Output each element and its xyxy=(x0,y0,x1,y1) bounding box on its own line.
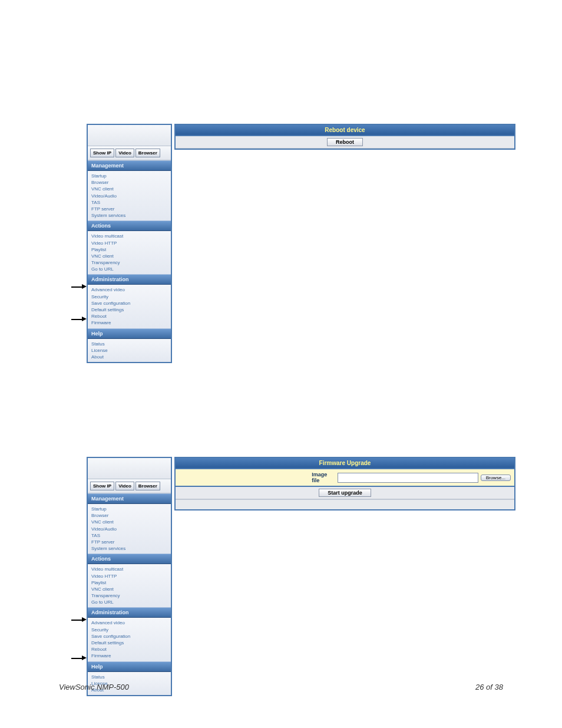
nav-section-administration: Administration xyxy=(88,274,171,285)
nav-item-license[interactable]: License xyxy=(91,347,167,354)
nav-section-administration: Administration xyxy=(88,607,171,618)
nav-item-go-to-url[interactable]: Go to URL xyxy=(91,266,167,272)
nav-item-save-configuration[interactable]: Save configuration xyxy=(91,300,167,307)
nav-item-security[interactable]: Security xyxy=(91,294,167,300)
reboot-button[interactable]: Reboot xyxy=(327,138,363,146)
image-file-row: Image file Browse... xyxy=(176,469,514,487)
nav-item-video-multicast[interactable]: Video multicast xyxy=(91,233,167,239)
nav-list-management: Startup Browser VNC client Video/Audio T… xyxy=(88,504,171,554)
image-file-input[interactable] xyxy=(338,473,478,483)
nav-list-management: Startup Browser VNC client Video/Audio T… xyxy=(88,171,171,220)
nav-item-firmware[interactable]: Firmware xyxy=(91,319,167,326)
browse-button[interactable]: Browse... xyxy=(481,475,511,481)
reboot-action-row: Reboot xyxy=(176,136,514,149)
image-file-label: Image file xyxy=(312,472,335,483)
panel-title-firmware: Firmware Upgrade xyxy=(176,458,514,469)
nav-list-actions: Video multicast Video HTTP Playlist VNC … xyxy=(88,564,171,607)
nav-item-security[interactable]: Security xyxy=(91,627,167,633)
nav-item-tas[interactable]: TAS xyxy=(91,199,167,206)
nav-item-tas[interactable]: TAS xyxy=(91,532,167,539)
sidebar-logo-area xyxy=(88,125,171,146)
nav-item-transparency[interactable]: Transparency xyxy=(91,259,167,266)
nav-item-playlist[interactable]: Playlist xyxy=(91,246,167,253)
nav-list-administration: Advanced video Security Save configurati… xyxy=(88,285,171,328)
browser-button[interactable]: Browser xyxy=(135,482,160,490)
nav-item-browser[interactable]: Browser xyxy=(91,179,167,186)
nav-item-vnc-client-action[interactable]: VNC client xyxy=(91,586,167,592)
nav-section-help: Help xyxy=(88,328,171,339)
nav-item-ftp-server[interactable]: FTP server xyxy=(91,539,167,545)
footer-product-name: ViewSonic NMP-500 xyxy=(59,683,129,691)
nav-item-save-configuration[interactable]: Save configuration xyxy=(91,633,167,640)
nav-item-advanced-video[interactable]: Advanced video xyxy=(91,620,167,626)
nav-item-transparency[interactable]: Transparency xyxy=(91,592,167,599)
start-upgrade-row: Start upgrade xyxy=(176,487,514,499)
video-button[interactable]: Video xyxy=(115,482,134,490)
arrow-icon xyxy=(71,285,88,289)
panel-title-reboot: Reboot device xyxy=(176,125,514,136)
nav-item-startup[interactable]: Startup xyxy=(91,506,167,512)
sidebar-panel-1: Show IP Video Browser Management Startup… xyxy=(87,124,172,363)
nav-list-administration: Advanced video Security Save configurati… xyxy=(88,618,171,661)
nav-item-default-settings[interactable]: Default settings xyxy=(91,307,167,313)
show-ip-button[interactable]: Show IP xyxy=(90,482,114,490)
footer-page-number: 26 of 38 xyxy=(475,683,503,691)
nav-item-video-http[interactable]: Video HTTP xyxy=(91,573,167,579)
nav-item-default-settings[interactable]: Default settings xyxy=(91,640,167,646)
nav-item-about[interactable]: About xyxy=(91,354,167,360)
arrow-icon xyxy=(71,317,88,322)
show-ip-button[interactable]: Show IP xyxy=(90,149,114,157)
nav-item-go-to-url[interactable]: Go to URL xyxy=(91,599,167,605)
nav-section-actions: Actions xyxy=(88,554,171,564)
arrow-icon xyxy=(71,618,88,622)
nav-item-ftp-server[interactable]: FTP server xyxy=(91,206,167,212)
start-upgrade-button[interactable]: Start upgrade xyxy=(319,489,371,497)
nav-section-help: Help xyxy=(88,661,171,672)
nav-item-status[interactable]: Status xyxy=(91,341,167,347)
nav-list-help: Status License About xyxy=(88,339,171,363)
nav-item-firmware[interactable]: Firmware xyxy=(91,653,167,659)
upgrade-status-row xyxy=(176,499,514,509)
nav-item-startup[interactable]: Startup xyxy=(91,173,167,179)
nav-item-vnc-client[interactable]: VNC client xyxy=(91,186,167,192)
arrow-icon xyxy=(71,656,88,661)
nav-item-vnc-client-action[interactable]: VNC client xyxy=(91,253,167,259)
document-page: Show IP Video Browser Management Startup… xyxy=(0,0,562,728)
nav-item-video-multicast[interactable]: Video multicast xyxy=(91,566,167,572)
nav-item-reboot[interactable]: Reboot xyxy=(91,313,167,319)
nav-section-management: Management xyxy=(88,493,171,504)
nav-item-vnc-client[interactable]: VNC client xyxy=(91,519,167,525)
video-button[interactable]: Video xyxy=(115,149,134,157)
nav-item-video-http[interactable]: Video HTTP xyxy=(91,240,167,246)
sidebar-button-row: Show IP Video Browser xyxy=(88,146,171,160)
nav-item-status[interactable]: Status xyxy=(91,674,167,680)
nav-section-actions: Actions xyxy=(88,220,171,231)
nav-item-advanced-video[interactable]: Advanced video xyxy=(91,286,167,293)
nav-item-browser[interactable]: Browser xyxy=(91,512,167,519)
nav-section-management: Management xyxy=(88,160,171,171)
nav-item-video-audio[interactable]: Video/Audio xyxy=(91,193,167,199)
nav-item-playlist[interactable]: Playlist xyxy=(91,579,167,586)
browser-button[interactable]: Browser xyxy=(135,149,160,157)
sidebar-logo-area xyxy=(88,458,171,479)
content-panel-reboot: Reboot device Reboot xyxy=(174,124,515,150)
nav-item-video-audio[interactable]: Video/Audio xyxy=(91,526,167,532)
nav-list-actions: Video multicast Video HTTP Playlist VNC … xyxy=(88,231,171,274)
nav-item-system-services[interactable]: System services xyxy=(91,212,167,219)
nav-item-system-services[interactable]: System services xyxy=(91,545,167,552)
sidebar-button-row: Show IP Video Browser xyxy=(88,479,171,493)
nav-item-reboot[interactable]: Reboot xyxy=(91,646,167,653)
content-panel-firmware: Firmware Upgrade Image file Browse... St… xyxy=(174,457,515,510)
sidebar-panel-2: Show IP Video Browser Management Startup… xyxy=(87,457,172,696)
